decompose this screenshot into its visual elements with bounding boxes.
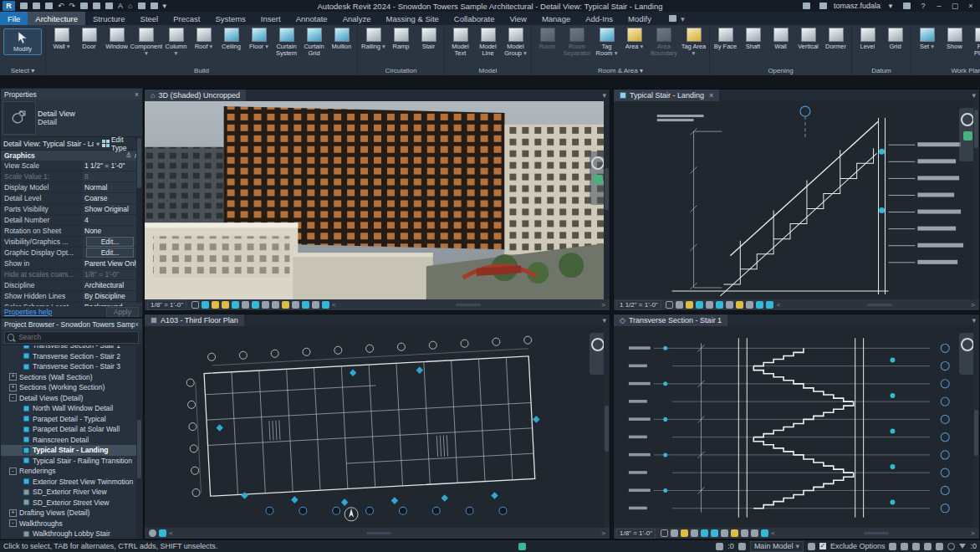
worksharing-display-icon[interactable] — [741, 529, 748, 537]
scroll-right-icon[interactable]: > — [969, 301, 977, 309]
tree-item[interactable]: SD_Exterior River View — [1, 487, 142, 498]
tree-category[interactable]: +Sections (Wall Section) — [1, 372, 142, 383]
open-icon[interactable] — [20, 3, 28, 9]
temporary-view-properties-icon[interactable] — [302, 301, 309, 309]
property-row[interactable]: Color Scheme Locat...Background — [1, 302, 142, 306]
tree-item[interactable]: Parapet Detail - Typical — [1, 414, 142, 425]
tab-massing-site[interactable]: Massing & Site — [378, 12, 446, 25]
expand-icon[interactable]: + — [9, 384, 17, 391]
tab-addins[interactable]: Add-Ins — [578, 12, 620, 25]
edit-graphic-display-button[interactable]: Edit... — [86, 248, 134, 258]
level-button[interactable]: Level — [854, 27, 881, 58]
wall-opening-button[interactable]: Wall — [767, 27, 794, 58]
roof-button[interactable]: Roof — [190, 27, 217, 58]
lighting-icon[interactable] — [232, 301, 239, 309]
ceiling-button[interactable]: Ceiling — [217, 27, 245, 58]
tree-item[interactable]: Parapet Detail at Solar Wall — [1, 424, 142, 435]
scroll-right-icon[interactable]: > — [969, 529, 977, 537]
expand-icon[interactable]: + — [9, 509, 17, 517]
tag-area-button[interactable]: Tag Area — [680, 27, 707, 58]
room-area-panel-label[interactable]: Room & Area — [532, 67, 709, 75]
tree-item[interactable]: Transverse Section - Stair 2 — [1, 351, 142, 362]
tab-systems[interactable]: Systems — [207, 12, 253, 25]
crop-view-icon[interactable] — [701, 529, 708, 537]
search-input[interactable] — [17, 332, 138, 342]
crop-view-icon[interactable] — [242, 301, 249, 309]
viewport-3d-canvas[interactable] — [145, 101, 610, 299]
set-button[interactable]: Set — [913, 27, 941, 58]
undo-icon[interactable]: ↶ — [58, 2, 64, 10]
tree-item[interactable]: Typical Stair - Railing Transition — [1, 456, 142, 467]
signed-in-user[interactable]: tomasz.fudala — [834, 2, 880, 10]
type-selector-chevron-icon[interactable]: ▾ — [96, 140, 100, 148]
model-line-button[interactable]: Model Line — [474, 27, 502, 58]
detail-level-icon[interactable] — [661, 529, 668, 537]
reveal-hidden-icon[interactable] — [736, 301, 743, 309]
restore-button[interactable]: ▢ — [949, 2, 961, 10]
tree-item[interactable]: Walkthrough Lobby Stair — [1, 529, 142, 539]
curtain-grid-button[interactable]: Curtain Grid — [300, 27, 328, 58]
user-menu-chevron-icon[interactable]: ▾ — [885, 2, 896, 10]
tab-a103-third-floor-plan[interactable]: A103 - Third Floor Plan — [145, 314, 244, 326]
circulation-panel-label[interactable]: Circulation — [358, 67, 444, 75]
horizontal-scrollbar[interactable] — [782, 532, 965, 534]
tab-manage[interactable]: Manage — [534, 12, 578, 25]
property-row[interactable]: Detail Number4 — [1, 215, 142, 226]
thin-lines-icon[interactable] — [151, 3, 158, 9]
collapse-icon[interactable]: - — [9, 519, 17, 527]
hide-isolate-icon[interactable] — [149, 529, 156, 537]
tab-3d-shaded-uncropped[interactable]: ⌂ 3D (Shaded) Uncropped — [145, 89, 246, 101]
select-panel-label[interactable]: Select — [0, 67, 45, 75]
select-underlay-icon[interactable] — [901, 543, 908, 550]
property-row[interactable]: Graphic Display Opt...Edit... — [1, 248, 142, 258]
tab-list-chevron-icon[interactable]: ▾ — [602, 314, 610, 326]
stair-button[interactable]: Stair — [415, 27, 442, 58]
save-icon[interactable] — [33, 3, 40, 9]
close-button[interactable]: × — [965, 2, 977, 10]
steering-wheel-icon[interactable] — [591, 338, 605, 351]
tab-view[interactable]: View — [502, 12, 533, 25]
customize-qat-icon[interactable]: ▾ — [163, 2, 167, 10]
steering-wheel-icon[interactable] — [961, 338, 974, 351]
model-text-button[interactable]: Model Text — [447, 27, 474, 58]
minimize-button[interactable]: – — [933, 2, 945, 10]
reveal-constraints-icon[interactable] — [761, 529, 768, 537]
scale-control[interactable]: 1/8" = 1'-0" — [147, 300, 186, 310]
detail-level-icon[interactable] — [191, 301, 199, 309]
curtain-system-button[interactable]: Curtain System — [273, 27, 300, 58]
tag-room-button[interactable]: Tag Room — [593, 27, 620, 58]
tree-category[interactable]: +Drafting Views (Detail) — [1, 508, 142, 519]
help-icon[interactable]: ? — [917, 2, 929, 10]
account-icon[interactable] — [819, 3, 827, 9]
scale-control[interactable]: 1/8" = 1'-0" — [616, 529, 656, 539]
crop-view-icon[interactable] — [706, 301, 713, 309]
property-row[interactable]: Show inParent View Only — [1, 258, 142, 269]
viewport-scrollbar[interactable] — [973, 101, 979, 299]
tab-insert[interactable]: Insert — [253, 12, 288, 25]
mullion-button[interactable]: Mullion — [328, 27, 355, 58]
type-selector-preview[interactable]: Detail View Detail — [1, 100, 142, 137]
scale-control[interactable]: 1 1/2" = 1'-0" — [616, 300, 661, 310]
tree-item[interactable]: Rainscreen Detail — [1, 435, 142, 446]
tab-analyze[interactable]: Analyze — [335, 12, 379, 25]
design-options-icon[interactable] — [808, 543, 815, 550]
window-button[interactable]: Window — [103, 27, 130, 58]
type-selector-value[interactable]: Detail View: Typical Stair - Landing — [3, 140, 94, 148]
revit-logo[interactable]: R — [3, 1, 15, 11]
show-button[interactable]: Show — [941, 27, 968, 58]
viewport-scrollbar[interactable] — [604, 101, 610, 299]
component-button[interactable]: Component — [130, 27, 162, 58]
horizontal-scrollbar[interactable] — [180, 532, 595, 534]
shadows-icon[interactable] — [222, 301, 229, 309]
property-row[interactable]: Rotation on SheetNone — [1, 226, 142, 237]
by-face-button[interactable]: By Face — [712, 27, 739, 58]
properties-close-icon[interactable]: × — [135, 90, 139, 99]
scroll-right-icon[interactable]: > — [600, 301, 607, 309]
tab-list-chevron-icon[interactable]: ▾ — [972, 89, 979, 101]
viewport-stair-canvas[interactable] — [614, 101, 979, 299]
browser-search-box[interactable] — [4, 331, 139, 344]
text-icon[interactable]: A — [118, 2, 123, 10]
tree-category[interactable]: -Renderings — [1, 466, 142, 477]
tree-category[interactable]: -Detail Views (Detail) — [1, 393, 142, 404]
search-help-icon[interactable] — [803, 3, 810, 9]
